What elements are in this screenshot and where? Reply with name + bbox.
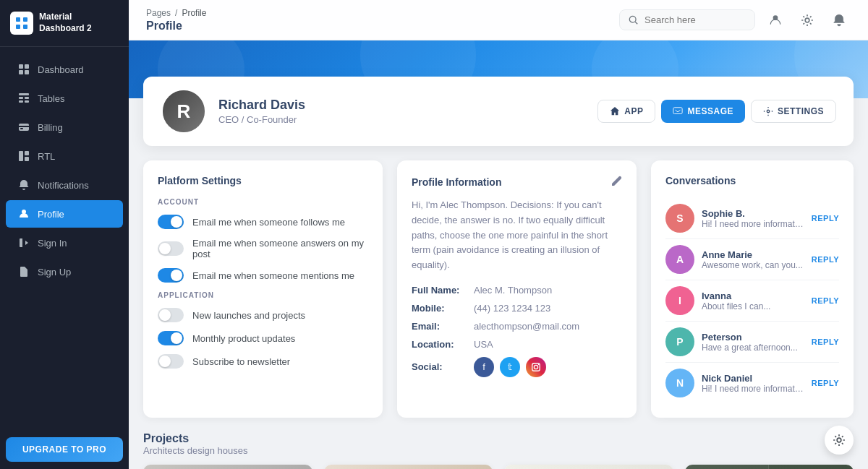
projects-grid — [143, 465, 854, 469]
sidebar-item-label: Tables — [38, 93, 65, 104]
sidebar-item-signup[interactable]: Sign Up — [6, 258, 123, 285]
svg-point-23 — [805, 18, 809, 22]
reply-button[interactable]: REPLY — [812, 214, 839, 223]
info-row-name: Full Name: Alec M. Thompson — [412, 285, 622, 296]
sidebar-item-dashboard[interactable]: Dashboard — [6, 56, 123, 83]
content-area: R Richard Davis CEO / Co-Founder App Mes… — [129, 40, 868, 469]
project-image — [324, 465, 493, 469]
twitter-icon[interactable]: 𝕥 — [500, 357, 520, 377]
settings-button[interactable]: Settings — [751, 100, 836, 123]
app-button[interactable]: App — [597, 100, 655, 123]
sidebar-item-notifications[interactable]: Notifications — [6, 171, 123, 199]
svg-rect-17 — [25, 151, 29, 155]
svg-rect-0 — [16, 17, 20, 22]
top-header: Pages / Profile Profile — [129, 0, 868, 40]
svg-point-27 — [534, 365, 537, 369]
conv-name: Ivanna — [702, 291, 804, 301]
project-card[interactable] — [685, 465, 854, 469]
brand-name: Material Dashboard 2 — [39, 12, 119, 34]
search-icon — [629, 15, 639, 25]
conv-info: Ivanna About files I can... — [702, 291, 804, 311]
page-title: Profile — [146, 20, 206, 33]
project-card[interactable] — [504, 465, 673, 469]
social-label: Social: — [412, 361, 469, 372]
info-row-social: Social: f 𝕥 — [412, 357, 622, 377]
svg-rect-14 — [19, 126, 29, 127]
conv-name: Anne Marie — [702, 249, 804, 260]
svg-rect-4 — [19, 64, 23, 69]
reply-button[interactable]: REPLY — [812, 255, 839, 264]
profile-information-card: Profile Information Hi, I'm Alec Thompso… — [397, 160, 637, 418]
project-card[interactable] — [324, 465, 493, 469]
toggle-monthly[interactable] — [158, 331, 184, 345]
edit-profile-button[interactable] — [610, 175, 622, 189]
search-input[interactable] — [644, 14, 746, 25]
sign-in-icon — [17, 236, 30, 249]
svg-point-20 — [629, 16, 636, 22]
toggle-mentions[interactable] — [158, 268, 184, 283]
svg-rect-18 — [25, 157, 29, 161]
toggle-follows[interactable] — [158, 215, 184, 229]
message-icon — [673, 106, 683, 116]
conversation-item: I Ivanna About files I can... REPLY — [665, 280, 839, 322]
sidebar-item-billing[interactable]: Billing — [6, 113, 123, 141]
toggle-launches[interactable] — [158, 308, 184, 322]
sidebar-item-profile[interactable]: Profile — [6, 200, 123, 228]
toggle-answers[interactable] — [158, 241, 184, 256]
svg-rect-7 — [25, 70, 29, 74]
conversation-item: A Anne Marie Awesome work, can you... RE… — [665, 239, 839, 280]
conv-preview: Hi! I need more information... — [702, 219, 804, 229]
content-grid: Platform Settings ACCOUNT Email me when … — [129, 146, 868, 432]
reply-button[interactable]: REPLY — [812, 296, 839, 305]
platform-settings-title: Platform Settings — [158, 175, 368, 186]
sidebar-item-signin[interactable]: Sign In — [6, 229, 123, 257]
breadcrumb: Pages / Profile Profile — [146, 8, 206, 33]
upgrade-button[interactable]: UPGRADE TO PRO — [6, 437, 123, 462]
account-section-label: ACCOUNT — [158, 198, 368, 206]
header-right — [619, 9, 851, 32]
user-profile-button[interactable] — [764, 9, 787, 32]
profile-role: CEO / Co-Founder — [218, 114, 586, 125]
mobile-label: Mobile: — [412, 303, 469, 314]
projects-section: Projects Architects design houses — [129, 432, 868, 469]
sidebar-item-tables[interactable]: Tables — [6, 85, 123, 112]
main-area: Pages / Profile Profile — [129, 0, 868, 469]
sidebar-item-label: Dashboard — [38, 64, 84, 75]
reply-button[interactable]: REPLY — [812, 379, 839, 387]
user-header-icon — [769, 14, 782, 27]
grid-icon — [17, 63, 30, 76]
toggle-label-newsletter: Subscribe to newsletter — [192, 356, 290, 367]
project-image — [685, 465, 854, 469]
toggle-knob — [159, 309, 171, 321]
location-label: Location: — [412, 339, 469, 350]
instagram-icon[interactable] — [526, 357, 546, 377]
facebook-icon[interactable]: f — [474, 357, 494, 377]
conv-avatar: P — [665, 327, 694, 356]
conv-avatar: N — [665, 369, 694, 397]
notifications-header-button[interactable] — [827, 9, 851, 32]
conversation-item: P Peterson Have a great afternoon... REP… — [665, 322, 839, 363]
full-name-value: Alec M. Thompson — [474, 285, 552, 296]
reply-button[interactable]: REPLY — [812, 337, 839, 346]
conversation-item: N Nick Daniel Hi! I need more informatio… — [665, 363, 839, 403]
svg-rect-15 — [20, 128, 23, 129]
toggle-label-launches: New launches and projects — [192, 310, 305, 321]
toggle-knob — [159, 243, 171, 254]
conv-avatar: I — [665, 286, 694, 315]
conv-preview: Hi! I need more information... — [702, 384, 804, 394]
conv-info: Anne Marie Awesome work, can you... — [702, 249, 804, 270]
settings-header-button[interactable] — [796, 9, 819, 32]
svg-rect-11 — [19, 100, 23, 103]
project-card[interactable] — [143, 465, 312, 469]
conv-avatar: A — [665, 245, 694, 274]
sidebar-item-rtl[interactable]: RTL — [6, 142, 123, 170]
sidebar-item-label: RTL — [38, 151, 55, 162]
email-label: Email: — [412, 321, 469, 332]
toggle-newsletter[interactable] — [158, 354, 184, 369]
toggle-label-follows: Email me when someone follows me — [192, 217, 345, 228]
project-image — [504, 465, 673, 469]
message-button[interactable]: Message — [661, 100, 745, 123]
settings-fab-icon — [833, 434, 846, 447]
toggle-row-mentions: Email me when someone mentions me — [158, 268, 368, 283]
settings-fab-button[interactable] — [825, 426, 854, 455]
